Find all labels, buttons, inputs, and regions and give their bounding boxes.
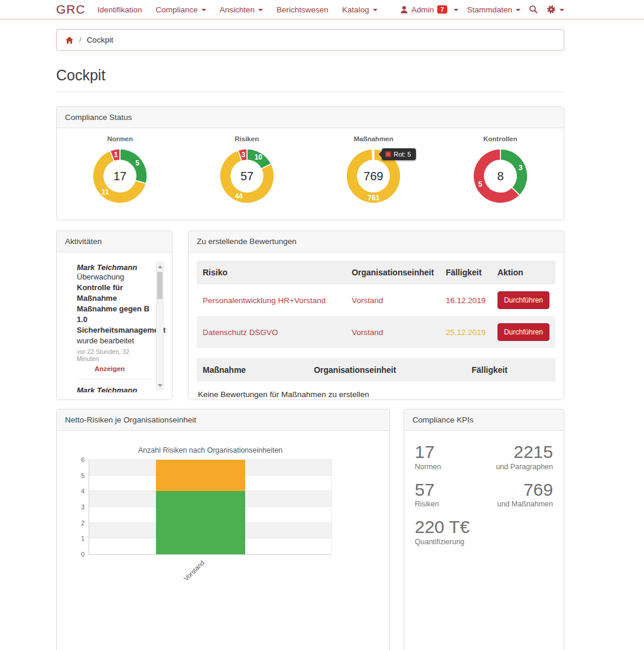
activity-timestamp: vor 22 Stunden, 32 Minuten [77,348,152,362]
activity-user: Mark Teichmann [77,386,152,392]
kpi-label: und Paragraphen [496,463,553,471]
durchfuehren-button[interactable]: Durchführen [497,323,549,341]
chevron-down-icon [373,9,378,11]
page-title: Cockpit [56,67,564,84]
kpi-label: Quantifizierung [415,538,470,546]
nav-item-identifikation[interactable]: Identifikation [97,5,142,14]
bar-chart-plot-area: 0123456Vorstand [89,459,332,555]
donut-title: Normen [108,135,133,142]
bar-chart-title: Anzahl Risiken nach Organisationseinheit… [89,446,332,454]
activity-user: Mark Teichmann [77,263,152,272]
tooltip-label: Rot: 5 [393,151,411,158]
nav-item-ansichten[interactable]: Ansichten [220,5,263,14]
svg-text:3: 3 [519,164,523,172]
kpi-row: 57Risiken 769und Maßnahmen [415,480,553,509]
org-cell: Vorstand [346,284,440,316]
anzeigen-link[interactable]: Anzeigen [95,365,152,372]
donut-title: Maßnahmen [354,135,393,142]
chevron-down-icon [201,9,206,11]
nav-item-katalog[interactable]: Katalog [342,5,378,14]
table-row: Datenschutz DSGVO Vorstand 25.12.2019 Du… [197,316,555,348]
gear-icon [547,5,556,14]
kpi-row: 17Normen 2215und Paragraphen [415,443,553,471]
donut-svg[interactable]: 511117 [89,145,151,209]
compliance-kpis-panel: Compliance KPIs 17Normen 2215und Paragra… [404,409,564,650]
chevron-down-icon [258,9,263,11]
kpi-label: Risiken [415,500,439,508]
kpi-label: und Maßnahmen [497,500,553,508]
top-navbar: GRC Identifikation Compliance Ansichten … [0,0,644,20]
divider [77,379,152,379]
activity-item: Mark Teichmann Überwachung Kontrolle für… [77,263,152,372]
chevron-down-icon [454,9,458,11]
kpi-value: 769 [497,480,553,499]
svg-text:8: 8 [497,170,503,183]
breadcrumb: / Cockpit [56,29,564,51]
svg-text:57: 57 [240,170,253,183]
scrollbar[interactable] [156,262,164,390]
svg-text:769: 769 [364,170,383,183]
svg-text:10: 10 [254,153,262,161]
donut-title: Kontrollen [483,135,518,142]
red-swatch-icon [385,151,391,157]
scroll-up-arrow[interactable] [157,263,163,270]
chevron-down-icon [560,9,564,11]
column-header: Maßnahme [197,358,308,382]
donut-svg[interactable]: 358 [470,145,531,209]
durchfuehren-button[interactable]: Durchführen [497,291,549,309]
search-button[interactable] [529,5,538,14]
activity-item: Mark Teichmann Überwachungshandlun [77,386,152,392]
svg-text:11: 11 [102,188,109,196]
due-date-cell: 16.12.2019 [440,284,492,316]
bar-chart: 0123456Vorstand [89,459,332,555]
donut-chart-massnahmen[interactable]: Maßnahmen 761769 Rot: 5 [310,135,437,209]
empty-state-text: Keine Bewertungen für Maßnahmen zu erste… [197,382,555,399]
x-axis-label: Vorstand [183,559,206,582]
settings-menu[interactable] [547,5,564,14]
massnahme-table: Maßnahme Organisationseinheit Fälligkeit [197,358,555,382]
scrollbar-thumb[interactable] [157,272,162,299]
org-cell: Vorstand [346,316,440,348]
bewertungen-panel: Zu erstellende Bewertungen Risiko Organi… [188,230,564,400]
kpi-value: 57 [415,480,439,499]
breadcrumb-separator: / [79,35,82,44]
donut-chart-risiken[interactable]: Risiken 1044357 [184,135,311,209]
activity-scroll-area[interactable]: Mark Teichmann Überwachung Kontrolle für… [64,259,166,392]
nav-item-compliance[interactable]: Compliance [155,5,206,14]
home-icon[interactable] [65,36,74,44]
column-header: Fälligkeit [466,358,555,382]
kpi-row: 220 T€Quantifizierung [415,518,553,546]
column-header: Aktion [492,261,555,284]
kpi-value: 220 T€ [415,518,470,537]
breadcrumb-current: Cockpit [87,35,113,44]
aktivitaeten-panel: Aktivitäten Mark Teichmann Überwachung K… [56,230,173,400]
donut-svg[interactable]: 1044357 [216,145,278,209]
panel-header: Zu erstellende Bewertungen [188,231,564,252]
panel-header: Compliance Status [57,107,564,128]
column-header: Fälligkeit [440,261,492,284]
chevron-down-icon [516,9,521,11]
scroll-down-arrow[interactable] [157,382,163,389]
user-menu[interactable]: Admin 7 [400,5,458,14]
svg-text:5: 5 [135,159,139,167]
risiko-link[interactable]: Datenschutz DSGVO [197,316,346,348]
panel-header: Netto-Risiken je Organisationseinheit [57,410,389,431]
nav-item-berichtswesen[interactable]: Berichtswesen [277,5,328,14]
svg-text:17: 17 [113,170,126,183]
risiko-link[interactable]: Personalentwicklung HR+Vorstand [197,284,346,316]
donut-chart-kontrollen[interactable]: Kontrollen 358 [437,135,564,209]
donut-title: Risiken [235,135,259,142]
column-header: Organisationseinheit [308,358,466,382]
title-divider [56,92,564,92]
panel-header: Compliance KPIs [404,410,564,431]
nav-item-stammdaten[interactable]: Stammdaten [467,5,521,14]
svg-text:5: 5 [478,180,482,188]
donut-chart-normen[interactable]: Normen 511117 [57,135,184,209]
table-row: Personalentwicklung HR+Vorstand Vorstand… [197,284,555,316]
brand-logo[interactable]: GRC [56,2,86,17]
notification-badge: 7 [437,5,448,14]
user-icon [400,5,408,14]
chart-tooltip: Rot: 5 [382,148,415,160]
column-header: Risiko [197,261,346,284]
panel-header: Aktivitäten [57,231,172,252]
